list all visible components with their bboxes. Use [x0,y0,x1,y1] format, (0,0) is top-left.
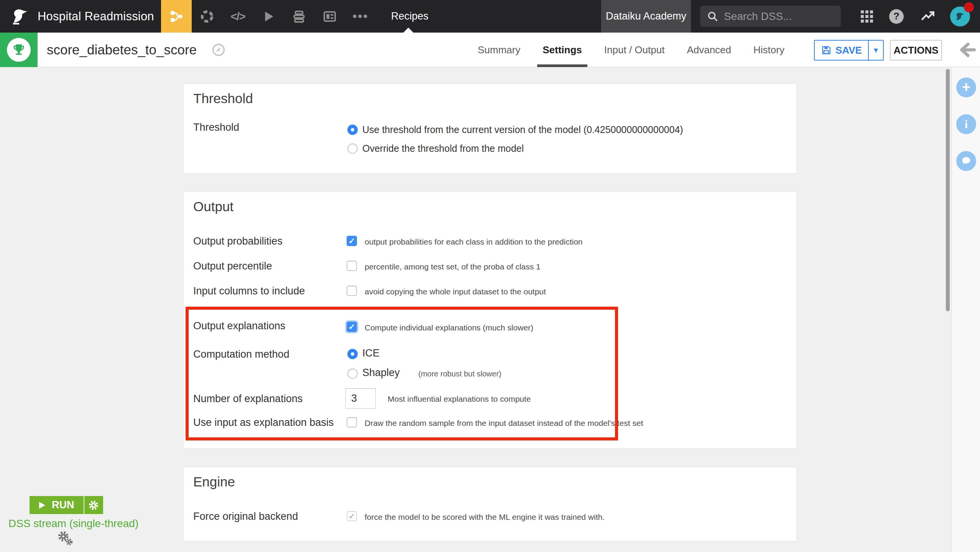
code-icon[interactable]: </> [222,0,253,33]
recipe-tabs: Summary Settings Input / Output Advanced… [478,33,784,67]
jobs-icon[interactable] [284,0,314,33]
output-explanations-checkbox[interactable]: ✓ [347,322,357,332]
output-percentile-label: Output percentile [193,260,272,272]
input-columns-checkbox[interactable] [347,286,357,296]
threshold-override-label[interactable]: Override the threshold from the model [362,143,524,154]
threshold-current-radio[interactable] [347,125,358,135]
academy-link[interactable]: Dataiku Academy [601,0,691,33]
threshold-heading: Threshold [193,91,253,106]
force-backend-desc: force the model to be scored with the ML… [365,513,605,522]
settings-content: Threshold Threshold Use threshold from t… [0,67,980,552]
recipe-header: score_diabetes_to_score Summary Settings… [0,33,980,67]
run-label: RUN [52,499,74,511]
threshold-row-label: Threshold [193,122,239,133]
add-button[interactable]: + [956,77,976,97]
ice-label[interactable]: ICE [362,347,380,359]
shapley-label[interactable]: Shapley [362,367,400,379]
input-columns-label: Input columns to include [193,285,305,297]
output-explanations-desc: Compute individual explanations (much sl… [365,323,533,332]
computation-method-label: Computation method [193,348,289,360]
explanation-basis-checkbox[interactable] [347,417,357,427]
project-name[interactable]: Hospital Readmission [38,0,154,33]
output-card: Output Output probabilities ✓ output pro… [183,192,797,449]
input-columns-desc: avoid copying the whole input dataset to… [365,287,546,296]
info-icon: i [965,118,968,131]
recipe-type-tile [0,33,38,67]
lab-icon[interactable] [192,0,222,33]
run-button[interactable]: RUN [30,496,84,514]
threshold-card: Threshold Threshold Use threshold from t… [183,84,797,174]
notification-dot [964,2,974,12]
dashboard-icon[interactable] [314,0,345,33]
engine-settings-gears-icon[interactable] [56,530,75,548]
flow-nav-tile[interactable] [161,0,192,33]
explanation-basis-label: Use input as explanation basis [193,417,334,429]
engine-heading: Engine [193,474,235,490]
trend-icon[interactable] [916,0,939,33]
recipes-caret-icon [403,28,413,33]
threshold-override-radio[interactable] [347,143,358,154]
save-split-button: SAVE ▾ [814,40,884,61]
help-icon[interactable]: ? [885,0,908,33]
output-probabilities-checkbox[interactable]: ✓ [347,236,357,246]
explanation-basis-desc: Draw the random sample from the input da… [365,419,643,428]
output-probabilities-label: Output probabilities [193,235,283,247]
output-explanations-label: Output explanations [193,320,285,332]
tab-history[interactable]: History [753,33,784,67]
apps-grid-icon[interactable] [855,0,878,33]
gear-icon [88,499,99,511]
actions-button[interactable]: ACTIONS [890,40,942,61]
tab-settings[interactable]: Settings [543,33,582,67]
save-button[interactable]: SAVE [815,41,868,60]
more-menu-icon[interactable]: ••• [345,0,376,33]
shapley-radio[interactable] [347,368,358,379]
threshold-current-label[interactable]: Use threshold from the current version o… [362,124,683,135]
output-percentile-checkbox[interactable] [347,261,357,271]
plus-icon: + [962,80,970,94]
run-settings-button[interactable] [84,496,103,514]
search-box[interactable] [700,6,841,27]
search-icon [707,11,719,22]
tab-advanced[interactable]: Advanced [687,33,731,67]
output-heading: Output [193,199,233,214]
run-play-icon [37,501,46,510]
tab-summary[interactable]: Summary [478,33,520,67]
page-title: score_diabetes_to_score [47,33,197,67]
top-navbar: Hospital Readmission </> ••• Recipe [0,0,980,33]
ice-radio[interactable] [347,349,358,359]
output-percentile-desc: percentile, among test set, of the proba… [365,262,541,271]
run-button-group: RUN [30,496,103,514]
floppy-icon [821,45,832,56]
collapse-panel-arrow-icon[interactable] [959,41,976,60]
trophy-icon [7,38,31,62]
details-button[interactable]: i [956,114,976,134]
force-backend-label: Force original backend [193,511,298,522]
save-label: SAVE [835,44,862,56]
tab-input-output[interactable]: Input / Output [604,33,665,67]
number-explanations-desc: Most influential explanations to compute [388,394,531,404]
output-probabilities-desc: output probabilities for each class in a… [365,237,583,246]
save-dropdown-button[interactable]: ▾ [869,41,883,60]
number-explanations-input[interactable] [345,388,376,409]
chat-bubble-icon [961,156,972,166]
number-explanations-label: Number of explanations [193,393,303,405]
play-icon[interactable] [253,0,284,33]
search-input[interactable] [724,10,831,23]
shapley-note: (more robust but slower) [418,370,502,378]
right-rail: + i [951,67,980,552]
force-backend-checkbox: ✓ [347,511,357,521]
dataiku-logo-icon[interactable] [8,5,31,28]
navigate-flow-icon[interactable] [212,43,225,58]
discussions-button[interactable] [956,151,976,171]
selected-engine-label[interactable]: DSS stream (single-thread) [8,518,138,530]
content-scrollbar[interactable] [946,69,950,311]
flow-icon [169,9,184,24]
engine-card: Engine Force original backend ✓ force th… [183,467,797,541]
